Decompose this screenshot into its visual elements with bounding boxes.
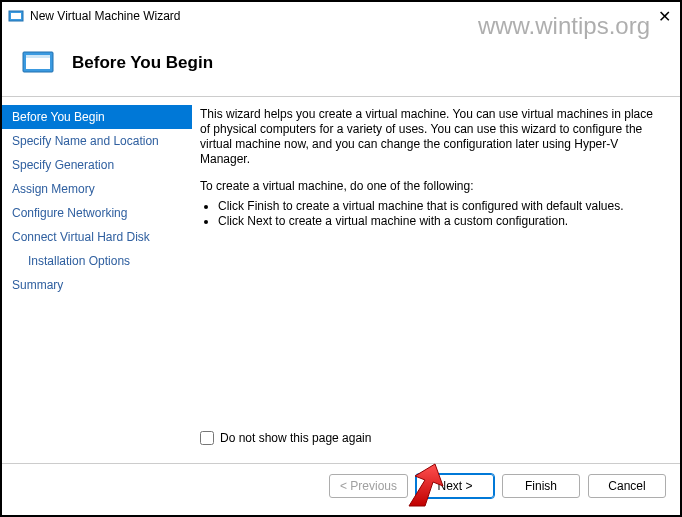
sidebar-item-installation-options[interactable]: Installation Options — [2, 249, 192, 273]
sidebar-item-assign-memory[interactable]: Assign Memory — [2, 177, 192, 201]
svg-rect-1 — [11, 13, 21, 19]
previous-button: < Previous — [329, 474, 408, 498]
bullet-item-finish: Click Finish to create a virtual machine… — [218, 199, 662, 214]
finish-button[interactable]: Finish — [502, 474, 580, 498]
button-row: < Previous Next > Finish Cancel — [2, 464, 680, 508]
wizard-icon — [22, 48, 56, 78]
bullet-list: Click Finish to create a virtual machine… — [218, 199, 662, 229]
instruction-text: To create a virtual machine, do one of t… — [200, 179, 662, 193]
dont-show-checkbox[interactable] — [200, 431, 214, 445]
next-button[interactable]: Next > — [416, 474, 494, 498]
sidebar-item-summary[interactable]: Summary — [2, 273, 192, 297]
main-content: This wizard helps you create a virtual m… — [192, 97, 680, 463]
checkbox-label: Do not show this page again — [220, 431, 371, 445]
sidebar-item-configure-networking[interactable]: Configure Networking — [2, 201, 192, 225]
titlebar: New Virtual Machine Wizard ✕ — [2, 2, 680, 30]
sidebar-item-specify-generation[interactable]: Specify Generation — [2, 153, 192, 177]
cancel-button[interactable]: Cancel — [588, 474, 666, 498]
svg-rect-4 — [26, 55, 50, 58]
header: Before You Begin — [2, 30, 680, 96]
description-text: This wizard helps you create a virtual m… — [200, 107, 662, 167]
close-button[interactable]: ✕ — [652, 4, 676, 28]
checkbox-row: Do not show this page again — [200, 431, 662, 453]
app-icon — [8, 8, 24, 24]
content-area: Before You Begin Specify Name and Locati… — [2, 96, 680, 464]
sidebar-item-before-you-begin[interactable]: Before You Begin — [2, 105, 192, 129]
page-title: Before You Begin — [72, 53, 213, 73]
window-title: New Virtual Machine Wizard — [30, 9, 181, 23]
sidebar: Before You Begin Specify Name and Locati… — [2, 97, 192, 463]
sidebar-item-specify-name[interactable]: Specify Name and Location — [2, 129, 192, 153]
sidebar-item-connect-vhd[interactable]: Connect Virtual Hard Disk — [2, 225, 192, 249]
bullet-item-next: Click Next to create a virtual machine w… — [218, 214, 662, 229]
